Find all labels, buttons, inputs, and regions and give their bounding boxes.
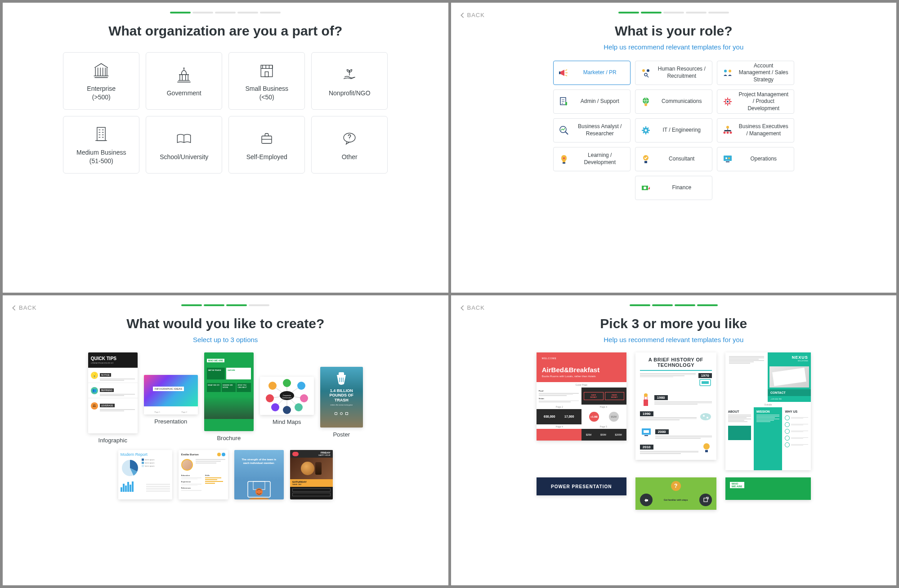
- panel-organization: What organization are you a part of? Ent…: [3, 3, 448, 293]
- building-columns-icon: [91, 60, 111, 80]
- role-hr[interactable]: Human Resources / Recruitment: [635, 61, 712, 85]
- template-label: Infographic: [98, 437, 127, 444]
- role-project-mgmt[interactable]: Project Management / Product Development: [717, 89, 794, 114]
- svg-point-49: [283, 406, 291, 414]
- card-medium-business[interactable]: Medium Business (51-500): [63, 116, 139, 174]
- panel-title: What organization are you a part of?: [3, 23, 448, 39]
- government-dome-icon: [174, 65, 194, 85]
- template-social[interactable]: The strength of the team is each individ…: [234, 450, 284, 499]
- svg-point-7: [644, 73, 647, 76]
- back-button[interactable]: BACK: [460, 304, 485, 311]
- pick-template-1[interactable]: WELCOMEAirBed&BreakfastBooks Rooms with …: [537, 352, 626, 441]
- svg-point-62: [703, 415, 705, 417]
- panel-subtitle: Help us recommend relevant templates for…: [451, 336, 897, 343]
- card-label: Small Business (<50): [245, 85, 288, 102]
- role-operations[interactable]: Operations: [717, 147, 794, 171]
- svg-point-60: [644, 393, 648, 397]
- svg-rect-27: [726, 161, 729, 162]
- template-mindmaps[interactable]: CorporateCommunication Mind Maps: [260, 352, 314, 425]
- progress-bar: [3, 304, 448, 306]
- role-admin[interactable]: Admin / Support: [553, 89, 631, 114]
- office-building-icon: [91, 124, 111, 144]
- role-learning[interactable]: Learning / Development: [553, 147, 631, 171]
- pick-template-4[interactable]: POWER PRESENTATION: [537, 477, 626, 495]
- card-school[interactable]: School/University: [146, 116, 222, 174]
- svg-rect-57: [702, 381, 709, 384]
- svg-point-9: [729, 70, 731, 72]
- progress-bar: [451, 12, 897, 13]
- role-label: Operations: [738, 156, 789, 163]
- role-marketer[interactable]: Marketer / PR: [553, 61, 631, 85]
- role-consultant[interactable]: Consultant: [635, 147, 712, 171]
- role-executives[interactable]: Business Executives / Management: [717, 118, 794, 143]
- pick-template-3[interactable]: NEXUSSOLUTIONSCONTACT+123 456 789 Outsid…: [725, 352, 811, 470]
- template-label: Presentation: [154, 418, 187, 425]
- svg-point-31: [644, 187, 646, 189]
- svg-point-23: [563, 157, 565, 159]
- role-analyst[interactable]: Business Analyst / Researcher: [553, 118, 631, 143]
- card-enterprise[interactable]: Enterprise (>500): [63, 52, 139, 110]
- pick-template-6[interactable]: WHOWE ARE: [725, 477, 811, 500]
- svg-point-6: [647, 69, 649, 72]
- flyer-thumb: FRIDAYHAPPY HOUR SATURDAYGAME DAY: [290, 450, 333, 499]
- panel-create: BACK What would you like to create? Sele…: [3, 295, 448, 585]
- globe-person-icon: [640, 96, 652, 107]
- template-resume[interactable]: Emilie Burton EducationExperienceReferen…: [179, 450, 228, 499]
- template-infographic[interactable]: QUICK TIPSLOREM IPSUM DOLOR SIT 💡NOTICE …: [88, 352, 138, 444]
- svg-rect-2: [262, 136, 272, 143]
- role-finance[interactable]: Finance: [635, 176, 712, 200]
- chevron-left-icon: [460, 305, 465, 311]
- storefront-icon: [257, 60, 277, 80]
- chevron-left-icon: [460, 12, 465, 18]
- back-label: BACK: [467, 12, 485, 18]
- svg-rect-26: [724, 156, 732, 161]
- role-communications[interactable]: Communications: [635, 89, 712, 114]
- megaphone-icon: [558, 67, 570, 79]
- role-it[interactable]: IT / Engineering: [635, 118, 712, 143]
- template-flyer[interactable]: FRIDAYHAPPY HOUR SATURDAYGAME DAY: [290, 450, 333, 499]
- svg-point-8: [724, 70, 727, 72]
- svg-point-47: [300, 394, 308, 402]
- monitor-gears-icon: [722, 153, 734, 165]
- card-label: Government: [167, 89, 201, 98]
- svg-point-29: [728, 157, 730, 159]
- svg-point-67: [703, 443, 710, 450]
- pick-template-5[interactable]: ? Get familiar with steps: [635, 477, 716, 510]
- social-thumb: The strength of the team is each individ…: [234, 450, 284, 499]
- template-presentation[interactable]: INFOGRAPHIC IDEAS Page 1Page 2 Presentat…: [144, 352, 198, 425]
- card-self-employed[interactable]: Self-Employed: [228, 116, 305, 174]
- panel-title: What is your role?: [451, 23, 897, 39]
- role-label: IT / Engineering: [656, 127, 707, 134]
- cog-wrench-icon: [640, 125, 652, 136]
- template-brochure[interactable]: WHO WE ARE GET IN TOUCHNATURE WHAT WE DO…: [204, 352, 254, 441]
- panel-pick: BACK Pick 3 or more you like Help us rec…: [451, 295, 897, 585]
- card-nonprofit[interactable]: Nonprofit/NGO: [311, 52, 388, 110]
- card-small-business[interactable]: Small Business (<50): [228, 52, 305, 110]
- panel-subtitle: Select up to 3 options: [3, 336, 448, 343]
- role-account-mgmt[interactable]: Account Management / Sales Strategy: [717, 61, 794, 85]
- card-label: Other: [342, 153, 358, 161]
- document-shield-icon: [558, 96, 570, 107]
- card-government[interactable]: Government: [146, 52, 222, 110]
- card-label: Medium Business (51-500): [76, 148, 126, 165]
- svg-rect-4: [559, 71, 560, 74]
- chevron-left-icon: [12, 305, 16, 311]
- template-poster[interactable]: 1.4 BILLION POUNDS OF TRASH enters the o…: [320, 352, 363, 438]
- card-other[interactable]: Other: [311, 116, 388, 174]
- svg-point-14: [727, 101, 729, 102]
- role-label: Business Analyst / Researcher: [574, 123, 626, 137]
- svg-point-63: [707, 417, 708, 419]
- report-thumb: Modern Report lorem ipsumlorem ipsumlore…: [118, 450, 172, 499]
- back-button[interactable]: BACK: [12, 304, 36, 311]
- role-label: Business Executives / Management: [738, 123, 789, 137]
- role-label: Account Management / Sales Strategy: [738, 62, 789, 84]
- pick-template-2[interactable]: A BRIEF HISTORY OF TECHNOLOGY 1970 1980 …: [635, 352, 716, 460]
- back-button[interactable]: BACK: [460, 12, 485, 18]
- svg-point-19: [723, 132, 725, 134]
- svg-rect-65: [644, 435, 648, 436]
- svg-point-43: [268, 382, 277, 390]
- template-report[interactable]: Modern Report lorem ipsumlorem ipsumlore…: [118, 450, 172, 499]
- briefcase-icon: [257, 129, 277, 148]
- template-label: Brochure: [217, 435, 241, 441]
- svg-point-46: [266, 394, 274, 402]
